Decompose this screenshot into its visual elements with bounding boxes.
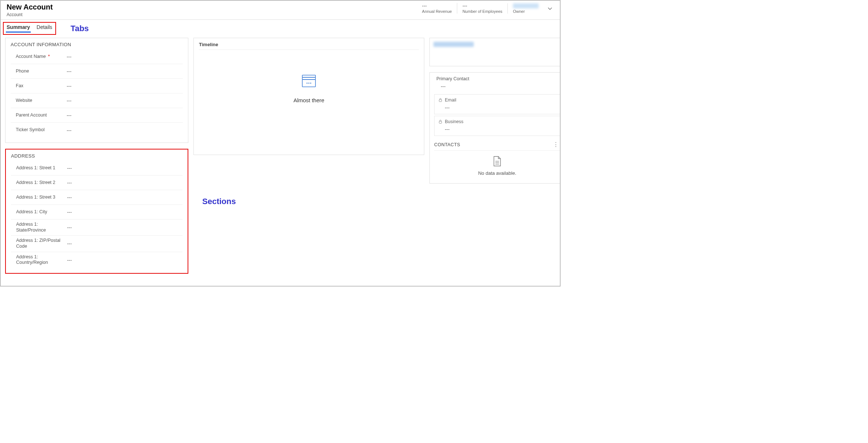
header-field-owner[interactable]: Owner — [507, 3, 544, 14]
section-title: ACCOUNT INFORMATION — [11, 42, 183, 47]
owner-value-redacted — [513, 3, 539, 8]
field-fax[interactable]: Fax --- — [11, 79, 183, 93]
primary-contact-value[interactable]: --- — [434, 81, 560, 93]
primary-contact-email-box: Email --- — [434, 94, 560, 114]
field-value: --- — [60, 112, 71, 118]
field-value: --- — [60, 180, 72, 185]
field-address1-street3[interactable]: Address 1: Street 3 --- — [11, 190, 182, 205]
email-label-row: Email — [438, 97, 556, 103]
contacts-header: CONTACTS ⋮ — [434, 139, 560, 151]
field-label: Fax — [11, 83, 60, 89]
field-address1-street2[interactable]: Address 1: Street 2 --- — [11, 176, 182, 190]
left-column: ACCOUNT INFORMATION Account Name* --- Ph… — [5, 38, 188, 274]
callout-sections-label: Sections — [202, 197, 424, 206]
field-label-text: Account Name — [16, 54, 46, 59]
field-label: Address 1: Street 1 — [11, 165, 60, 171]
email-value: --- — [438, 103, 556, 111]
business-label-row: Business — [438, 119, 556, 124]
tab-details[interactable]: Details — [36, 23, 53, 33]
svg-rect-1 — [302, 77, 315, 80]
field-label: Address 1: City — [11, 209, 60, 215]
tabs-highlight-box: Summary Details — [3, 22, 56, 35]
field-phone[interactable]: Phone --- — [11, 64, 183, 79]
field-address1-country[interactable]: Address 1: Country/Region --- — [11, 252, 182, 268]
field-value: --- — [60, 195, 72, 200]
svg-rect-7 — [439, 121, 442, 123]
record-title: New Account — [7, 3, 53, 11]
callout-tabs-label: Tabs — [71, 24, 89, 33]
field-label: Address 1: Country/Region — [11, 254, 60, 266]
section-address: ADDRESS Address 1: Street 1 --- Address … — [5, 149, 188, 274]
field-label: Ticker Symbol — [11, 127, 60, 133]
folder-stack-icon — [301, 74, 317, 88]
field-value: --- — [60, 83, 71, 89]
header-field-value: --- — [462, 3, 502, 8]
tab-summary[interactable]: Summary — [6, 23, 31, 33]
section-account-information: ACCOUNT INFORMATION Account Name* --- Ph… — [5, 38, 188, 143]
primary-contact-label: Primary Contact — [434, 76, 560, 81]
field-value: --- — [60, 209, 72, 215]
timeline-message: Almost there — [293, 97, 324, 103]
svg-point-3 — [307, 82, 308, 84]
expand-header-button[interactable] — [546, 4, 554, 12]
header-field-value: --- — [422, 3, 452, 8]
field-label: Address 1: Street 3 — [11, 195, 60, 200]
required-indicator: * — [48, 53, 50, 59]
business-label: Business — [445, 119, 463, 124]
header-left: New Account Account — [7, 3, 53, 17]
field-value: --- — [60, 128, 71, 133]
field-value: --- — [60, 225, 72, 230]
lock-icon — [438, 98, 443, 102]
header-field-label: Annual Revenue — [422, 9, 452, 14]
lock-icon — [438, 119, 443, 124]
header-field-number-of-employees[interactable]: --- Number of Employees — [457, 3, 507, 14]
field-address1-street1[interactable]: Address 1: Street 1 --- — [11, 161, 182, 176]
field-value: --- — [60, 98, 71, 103]
page-header: New Account Account --- Annual Revenue -… — [1, 1, 560, 20]
section-timeline: Timeline Almost there — [193, 38, 424, 155]
contacts-more-button[interactable]: ⋮ — [551, 141, 560, 148]
field-label: Parent Account — [11, 112, 60, 118]
header-field-label: Number of Employees — [462, 9, 502, 14]
header-right: --- Annual Revenue --- Number of Employe… — [417, 3, 554, 14]
body-grid: ACCOUNT INFORMATION Account Name* --- Ph… — [1, 35, 560, 277]
field-label: Address 1: Street 2 — [11, 180, 60, 186]
field-website[interactable]: Website --- — [11, 93, 183, 108]
field-address1-zip[interactable]: Address 1: ZIP/Postal Code --- — [11, 236, 182, 252]
document-icon — [492, 156, 502, 167]
field-label: Website — [11, 98, 60, 104]
middle-column: Timeline Almost there Sections — [193, 38, 424, 206]
svg-point-4 — [309, 82, 310, 84]
field-label: Address 1: ZIP/Postal Code — [11, 238, 60, 249]
field-value: --- — [60, 165, 72, 171]
field-ticker-symbol[interactable]: Ticker Symbol --- — [11, 123, 183, 137]
redacted-text — [433, 42, 474, 47]
field-parent-account[interactable]: Parent Account --- — [11, 108, 183, 123]
header-field-annual-revenue[interactable]: --- Annual Revenue — [417, 3, 457, 14]
related-panel-redacted — [429, 38, 561, 66]
field-label: Account Name* — [11, 53, 60, 60]
right-column: Primary Contact --- Email --- — [429, 38, 561, 184]
header-field-label: Owner — [513, 9, 539, 14]
email-label: Email — [445, 97, 456, 103]
field-account-name[interactable]: Account Name* --- — [11, 49, 183, 64]
tabs-row: Summary Details Tabs — [1, 20, 560, 35]
field-address1-state[interactable]: Address 1: State/Province --- — [11, 219, 182, 236]
field-value: --- — [60, 257, 72, 263]
timeline-body: Almost there — [199, 50, 419, 127]
svg-rect-6 — [439, 100, 442, 102]
field-address1-city[interactable]: Address 1: City --- — [11, 205, 182, 219]
svg-point-5 — [310, 82, 311, 84]
primary-contact-business-box: Business --- — [434, 116, 560, 136]
contacts-body: No data available. — [434, 151, 560, 180]
record-entity-type: Account — [7, 12, 53, 17]
section-title: ADDRESS — [11, 153, 182, 159]
field-label: Address 1: State/Province — [11, 222, 60, 233]
primary-contact-card: Primary Contact --- Email --- — [429, 72, 561, 184]
field-label: Phone — [11, 69, 60, 74]
contacts-no-data: No data available. — [478, 170, 516, 176]
timeline-title: Timeline — [199, 42, 419, 50]
svg-rect-0 — [302, 75, 315, 77]
field-value: --- — [60, 69, 71, 74]
chevron-down-icon — [547, 5, 553, 11]
